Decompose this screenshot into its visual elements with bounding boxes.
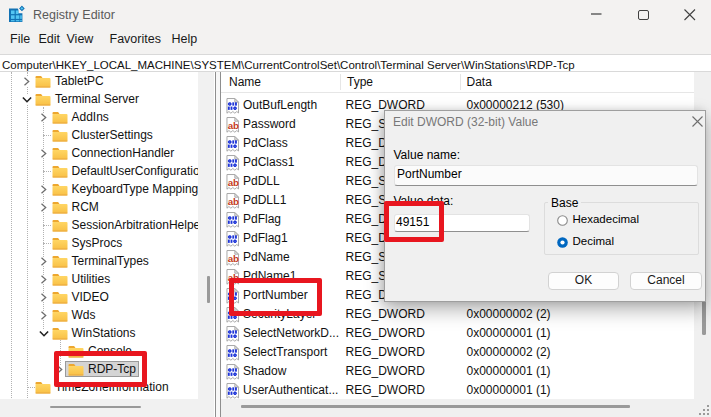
svg-text:ab: ab xyxy=(228,177,239,188)
svg-text:ab: ab xyxy=(228,253,239,264)
svg-text:ab: ab xyxy=(228,196,239,207)
svg-text:ab: ab xyxy=(228,120,239,131)
